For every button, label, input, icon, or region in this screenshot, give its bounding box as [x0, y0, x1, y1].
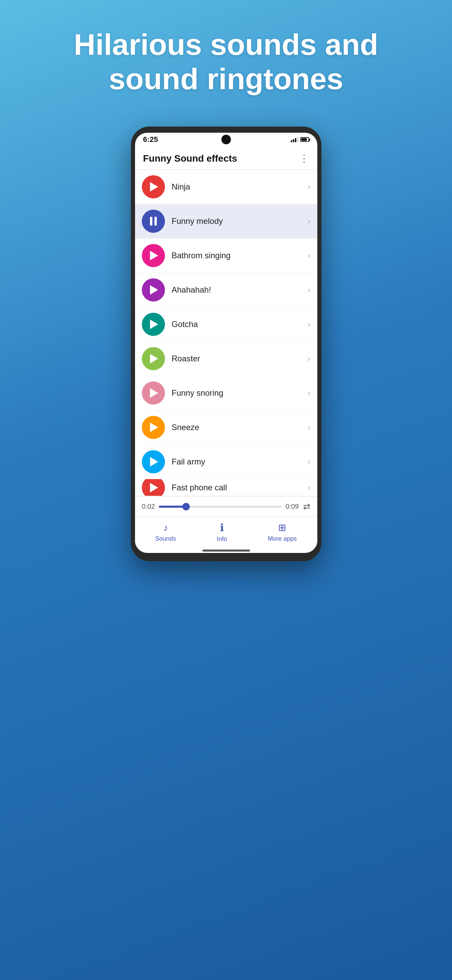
list-item[interactable]: Funny snoring ›	[135, 376, 317, 410]
status-bar: 6:25	[135, 133, 317, 146]
chevron-icon: ›	[308, 423, 311, 432]
chevron-icon: ›	[308, 216, 311, 226]
pause-icon	[150, 217, 157, 226]
info-icon: ℹ	[220, 522, 224, 533]
play-icon	[150, 388, 158, 398]
time-row: 0:02 0:09 ⇄	[142, 501, 311, 512]
play-icon	[150, 251, 158, 260]
chevron-icon: ›	[308, 182, 311, 192]
progress-track[interactable]	[159, 506, 281, 508]
list-item[interactable]: Roaster ›	[135, 342, 317, 376]
app-header: Funny Sound effects ⋮	[135, 146, 317, 170]
chevron-icon: ›	[308, 320, 311, 329]
list-item[interactable]: Ninja ›	[135, 170, 317, 204]
play-button-fast-phone[interactable]	[142, 479, 165, 496]
chevron-icon: ›	[308, 483, 311, 492]
bottom-nav: ♪ Sounds ℹ Info ⊞ More apps	[135, 517, 317, 546]
play-icon	[150, 457, 158, 466]
sound-name-funny-melody: Funny melody	[172, 216, 308, 226]
chevron-icon: ›	[308, 457, 311, 466]
sounds-icon: ♪	[163, 522, 168, 533]
chevron-icon: ›	[308, 354, 311, 363]
chevron-icon: ›	[308, 388, 311, 398]
list-item[interactable]: Sneeze ›	[135, 410, 317, 445]
total-time: 0:09	[286, 503, 299, 511]
nav-item-more-apps[interactable]: ⊞ More apps	[268, 522, 297, 542]
play-button-snoring[interactable]	[142, 382, 165, 404]
sound-name-roaster: Roaster	[172, 354, 308, 363]
phone-screen: Funny Sound effects ⋮ Ninja ›	[135, 146, 317, 553]
list-item[interactable]: Fail army ›	[135, 445, 317, 479]
current-time: 0:02	[142, 503, 155, 511]
chevron-icon: ›	[308, 285, 311, 295]
sound-name-ahahahah: Ahahahah!	[172, 285, 308, 295]
more-apps-label: More apps	[268, 535, 297, 542]
sound-name-snoring: Funny snoring	[172, 388, 308, 398]
play-button-bathrom[interactable]	[142, 244, 165, 267]
chevron-icon: ›	[308, 251, 311, 260]
info-label: Info	[217, 536, 227, 543]
list-item[interactable]: Gotcha ›	[135, 307, 317, 342]
play-button-roaster[interactable]	[142, 347, 165, 370]
play-button-ninja[interactable]	[142, 175, 165, 198]
phone-mockup: 6:25 Funny Sound effects ⋮	[131, 127, 321, 561]
play-icon	[150, 182, 158, 192]
progress-thumb[interactable]	[182, 503, 190, 511]
play-icon	[150, 423, 158, 432]
sound-name-fail-army: Fail army	[172, 457, 308, 466]
play-icon	[150, 354, 158, 363]
list-item[interactable]: Fast phone call ›	[135, 479, 317, 496]
menu-button[interactable]: ⋮	[299, 154, 309, 163]
play-button-fail-army[interactable]	[142, 450, 165, 473]
sounds-label: Sounds	[155, 535, 176, 542]
play-icon	[150, 320, 158, 329]
list-item[interactable]: Funny melody ›	[135, 204, 317, 239]
status-icons	[291, 137, 309, 142]
signal-icon	[291, 137, 298, 142]
sound-name-ninja: Ninja	[172, 182, 308, 192]
sound-list: Ninja › Funny melody › Bathro	[135, 170, 317, 496]
battery-icon	[300, 137, 309, 142]
status-time: 6:25	[143, 135, 158, 144]
pause-button-funny-melody[interactable]	[142, 210, 165, 233]
sound-name-gotcha: Gotcha	[172, 320, 308, 329]
play-button-ahahahah[interactable]	[142, 278, 165, 301]
nav-item-sounds[interactable]: ♪ Sounds	[155, 522, 176, 542]
sound-name-sneeze: Sneeze	[172, 423, 308, 432]
repeat-button[interactable]: ⇄	[303, 501, 311, 512]
play-button-gotcha[interactable]	[142, 313, 165, 336]
playback-bar: 0:02 0:09 ⇄	[135, 496, 317, 517]
page-title: Hilarious sounds and sound ringtones	[53, 27, 399, 96]
play-icon	[150, 285, 158, 295]
play-button-sneeze[interactable]	[142, 416, 165, 439]
app-title: Funny Sound effects	[143, 153, 237, 164]
sound-name-fast-phone: Fast phone call	[172, 483, 308, 492]
camera-dot	[221, 135, 231, 144]
home-indicator	[202, 550, 250, 552]
list-item[interactable]: Bathrom singing ›	[135, 239, 317, 273]
list-item[interactable]: Ahahahah! ›	[135, 273, 317, 307]
nav-item-info[interactable]: ℹ Info	[217, 522, 227, 543]
play-icon	[150, 483, 158, 492]
sound-name-bathrom: Bathrom singing	[172, 251, 308, 260]
more-apps-icon: ⊞	[278, 522, 286, 533]
